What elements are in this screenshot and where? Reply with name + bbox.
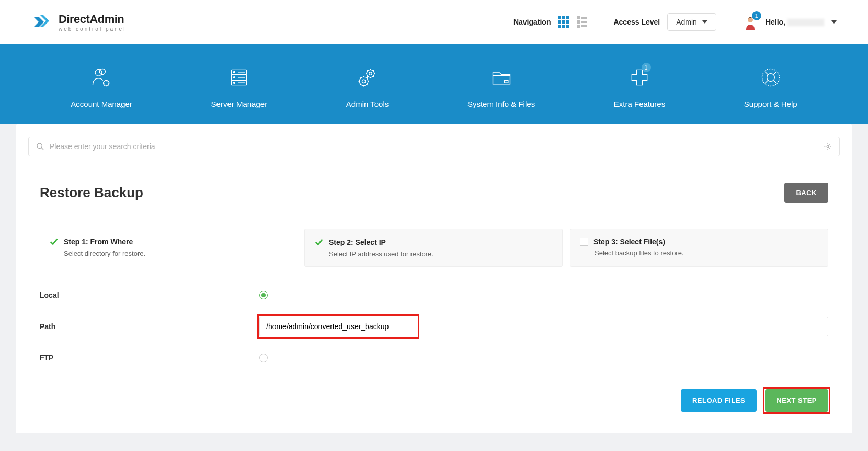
step-1[interactable]: Step 1: From Where Select directory for … bbox=[40, 229, 297, 267]
local-radio[interactable] bbox=[259, 291, 268, 299]
navigation-switcher: Navigation bbox=[513, 16, 588, 28]
step-title: Step 1: From Where bbox=[64, 238, 133, 246]
access-level-value: Admin bbox=[676, 18, 697, 26]
row-path: Path bbox=[40, 308, 828, 345]
nav-account-manager[interactable]: Account Manager bbox=[71, 65, 132, 108]
local-label: Local bbox=[40, 291, 259, 299]
lifebuoy-icon bbox=[758, 65, 783, 90]
brand-name: DirectAdmin bbox=[59, 13, 126, 26]
nav-server-manager[interactable]: Server Manager bbox=[211, 65, 268, 108]
restore-form: Local Path FTP bbox=[40, 283, 828, 370]
page-title: Restore Backup bbox=[40, 185, 784, 201]
row-local: Local bbox=[40, 283, 828, 308]
grid-view-icon[interactable] bbox=[558, 16, 569, 28]
step-desc: Select IP address used for restore. bbox=[329, 250, 553, 258]
avatar-badge: 1 bbox=[752, 11, 761, 20]
svg-line-21 bbox=[773, 72, 776, 75]
svg-point-7 bbox=[234, 72, 235, 73]
svg-point-2 bbox=[99, 69, 105, 75]
folder-icon bbox=[489, 65, 514, 90]
back-button[interactable]: BACK bbox=[784, 183, 828, 203]
step-desc: Select backup files to restore. bbox=[595, 249, 818, 257]
gears-icon bbox=[355, 65, 380, 90]
action-buttons: RELOAD FILES NEXT STEP bbox=[40, 389, 828, 412]
gear-icon[interactable] bbox=[824, 142, 832, 151]
svg-line-25 bbox=[41, 148, 43, 150]
access-level: Access Level Admin bbox=[613, 13, 716, 31]
nav-label: Admin Tools bbox=[346, 99, 389, 108]
svg-point-26 bbox=[827, 145, 829, 148]
topbar: DirectAdmin web control panel Navigation… bbox=[0, 0, 868, 44]
logo-icon bbox=[31, 10, 52, 33]
search-bar[interactable] bbox=[28, 137, 840, 156]
nav-label: Extra Features bbox=[614, 99, 665, 108]
reload-files-button[interactable]: RELOAD FILES bbox=[681, 389, 757, 412]
access-level-label: Access Level bbox=[613, 18, 660, 26]
row-ftp: FTP bbox=[40, 345, 828, 370]
logo[interactable]: DirectAdmin web control panel bbox=[31, 10, 126, 33]
users-gear-icon bbox=[89, 65, 114, 90]
access-level-select[interactable]: Admin bbox=[667, 13, 716, 31]
check-icon bbox=[49, 237, 59, 246]
ftp-radio[interactable] bbox=[259, 354, 268, 362]
svg-line-23 bbox=[773, 81, 776, 84]
svg-point-9 bbox=[234, 82, 235, 84]
svg-point-19 bbox=[767, 74, 774, 82]
nav-system-info-files[interactable]: System Info & Files bbox=[467, 65, 535, 108]
svg-point-14 bbox=[369, 72, 372, 75]
svg-point-18 bbox=[762, 69, 779, 86]
svg-point-24 bbox=[37, 143, 42, 148]
svg-line-22 bbox=[765, 81, 768, 84]
path-label: Path bbox=[40, 322, 259, 331]
nav-label: Server Manager bbox=[211, 99, 268, 108]
search-icon bbox=[36, 142, 44, 151]
username-redacted bbox=[787, 19, 824, 26]
wizard-steps: Step 1: From Where Select directory for … bbox=[40, 218, 828, 267]
user-menu[interactable]: 1 Hello, bbox=[743, 14, 837, 30]
path-input[interactable] bbox=[259, 317, 828, 336]
nav-extra-features[interactable]: 1 Extra Features bbox=[614, 65, 665, 108]
step-title: Step 2: Select IP bbox=[329, 238, 386, 246]
next-step-button[interactable]: NEXT STEP bbox=[765, 389, 828, 412]
svg-point-1 bbox=[95, 69, 102, 76]
list-view-icon[interactable] bbox=[577, 16, 587, 28]
server-icon bbox=[226, 65, 252, 90]
step-3[interactable]: Step 3: Select File(s) Select backup fil… bbox=[570, 229, 828, 267]
navigation-label: Navigation bbox=[513, 18, 551, 26]
brand-sub: web control panel bbox=[59, 26, 126, 32]
unchecked-box-icon bbox=[580, 238, 588, 246]
caret-down-icon bbox=[702, 20, 707, 24]
nav-admin-tools[interactable]: Admin Tools bbox=[346, 65, 389, 108]
nav-support-help[interactable]: Support & Help bbox=[744, 65, 797, 108]
nav-label: Support & Help bbox=[744, 99, 797, 108]
nav-badge: 1 bbox=[642, 63, 651, 72]
svg-point-8 bbox=[234, 77, 235, 78]
check-icon bbox=[314, 238, 324, 247]
step-desc: Select directory for restore. bbox=[64, 250, 288, 257]
nav-label: System Info & Files bbox=[467, 99, 535, 108]
svg-rect-17 bbox=[504, 81, 508, 83]
main-nav-ribbon: Account Manager Server Manager Admin Too… bbox=[0, 44, 868, 124]
nav-label: Account Manager bbox=[71, 99, 132, 108]
hello-text: Hello, bbox=[766, 18, 824, 26]
search-input[interactable] bbox=[50, 142, 818, 151]
step-2[interactable]: Step 2: Select IP Select IP address used… bbox=[304, 229, 563, 267]
content-area: Restore Backup BACK Step 1: From Where S… bbox=[0, 124, 868, 451]
caret-down-icon bbox=[831, 20, 837, 24]
ftp-label: FTP bbox=[40, 354, 259, 362]
step-title: Step 3: Select File(s) bbox=[593, 238, 665, 246]
svg-point-16 bbox=[362, 80, 365, 83]
svg-line-20 bbox=[765, 72, 768, 75]
